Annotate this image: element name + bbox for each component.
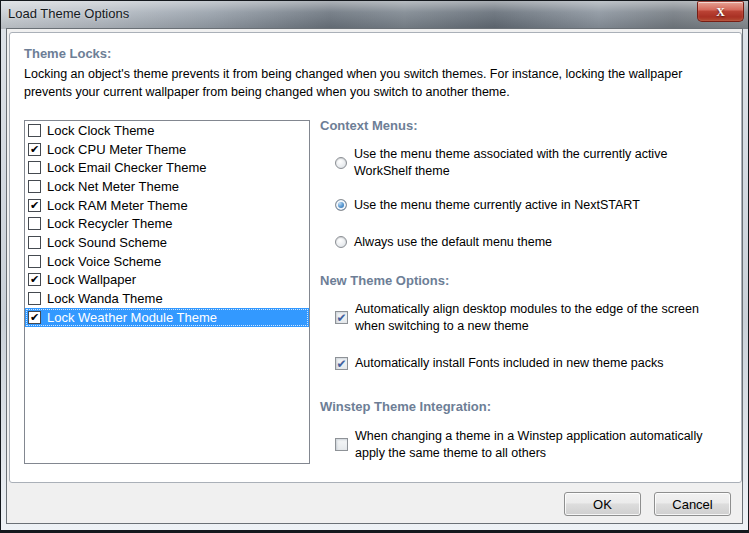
- list-item-label: Lock RAM Meter Theme: [47, 198, 188, 213]
- title-bar[interactable]: Load Theme Options X: [1, 1, 748, 29]
- list-item[interactable]: ✔Lock Weather Module Theme: [25, 308, 309, 327]
- list-item[interactable]: Lock Wanda Theme: [25, 289, 309, 308]
- checkbox-option-install-fonts[interactable]: ✔ Automatically install Fonts included i…: [335, 355, 740, 372]
- window-title: Load Theme Options: [8, 1, 129, 27]
- list-item-label: Lock Voice Scheme: [47, 254, 161, 269]
- checkbox-option-align-modules[interactable]: ✔ Automatically align desktop modules to…: [335, 301, 740, 334]
- list-item-label: Lock Sound Scheme: [47, 235, 167, 250]
- list-item[interactable]: Lock Net Meter Theme: [25, 177, 309, 196]
- list-item[interactable]: Lock Clock Theme: [25, 121, 309, 140]
- radio-label: Always use the default menu theme: [354, 234, 552, 251]
- winstep-integration-heading: Winstep Theme Integration:: [320, 399, 491, 414]
- list-item[interactable]: Lock Recycler Theme: [25, 214, 309, 233]
- checkbox-icon[interactable]: ✔: [335, 357, 348, 370]
- checkbox-icon[interactable]: [28, 217, 41, 230]
- ok-button[interactable]: OK: [564, 492, 641, 516]
- radio-option-default-menu[interactable]: Always use the default menu theme: [335, 234, 740, 251]
- radio-option-nextstart[interactable]: Use the menu theme currently active in N…: [335, 197, 740, 214]
- list-item[interactable]: ✔Lock RAM Meter Theme: [25, 196, 309, 215]
- radio-label: Use the menu theme associated with the c…: [354, 146, 667, 179]
- radio-option-workshelf-theme[interactable]: Use the menu theme associated with the c…: [335, 146, 740, 179]
- list-item-label: Lock Net Meter Theme: [47, 179, 179, 194]
- close-icon: X: [716, 5, 725, 19]
- list-item-label: Lock Weather Module Theme: [47, 310, 217, 325]
- list-item-label: Lock Wanda Theme: [47, 291, 163, 306]
- content-panel: Theme Locks: Locking an object's theme p…: [9, 32, 742, 483]
- cancel-button[interactable]: Cancel: [654, 492, 731, 516]
- radio-icon[interactable]: [335, 236, 347, 248]
- new-theme-options-heading: New Theme Options:: [320, 273, 449, 288]
- close-button[interactable]: X: [697, 1, 744, 22]
- list-item-label: Lock Clock Theme: [47, 123, 154, 138]
- dialog-window: Load Theme Options X Theme Locks: Lockin…: [0, 0, 749, 533]
- theme-locks-listbox[interactable]: Lock Clock Theme✔Lock CPU Meter ThemeLoc…: [24, 120, 310, 464]
- radio-icon[interactable]: [335, 157, 347, 169]
- list-item-label: Lock Email Checker Theme: [47, 160, 206, 175]
- checkbox-icon[interactable]: ✔: [28, 199, 41, 212]
- checkbox-icon[interactable]: [28, 236, 41, 249]
- checkbox-icon[interactable]: ✔: [335, 311, 348, 324]
- radio-label: Use the menu theme currently active in N…: [354, 197, 640, 214]
- checkbox-option-apply-all[interactable]: When changing a theme in a Winstep appli…: [335, 428, 740, 461]
- checkbox-icon[interactable]: ✔: [28, 273, 41, 286]
- checkbox-icon[interactable]: [335, 438, 348, 451]
- checkbox-icon[interactable]: [28, 255, 41, 268]
- checkbox-label: Automatically install Fonts included in …: [355, 355, 663, 372]
- list-item-label: Lock Wallpaper: [47, 272, 136, 287]
- theme-locks-description: Locking an object's theme prevents it fr…: [24, 65, 736, 101]
- checkbox-icon[interactable]: [28, 180, 41, 193]
- list-item[interactable]: ✔Lock CPU Meter Theme: [25, 140, 309, 159]
- list-item[interactable]: Lock Voice Scheme: [25, 252, 309, 271]
- checkbox-label: When changing a theme in a Winstep appli…: [355, 428, 702, 461]
- checkbox-icon[interactable]: [28, 161, 41, 174]
- checkbox-icon[interactable]: ✔: [28, 143, 41, 156]
- checkbox-icon[interactable]: [28, 124, 41, 137]
- theme-locks-heading: Theme Locks:: [24, 46, 111, 61]
- checkbox-icon[interactable]: [28, 292, 41, 305]
- checkbox-icon[interactable]: ✔: [28, 311, 41, 324]
- client-area: Theme Locks: Locking an object's theme p…: [7, 29, 742, 523]
- list-item[interactable]: ✔Lock Wallpaper: [25, 271, 309, 290]
- context-menus-heading: Context Menus:: [320, 118, 418, 133]
- list-item-label: Lock Recycler Theme: [47, 216, 172, 231]
- checkbox-label: Automatically align desktop modules to t…: [355, 301, 699, 334]
- radio-icon[interactable]: [335, 199, 347, 211]
- list-item[interactable]: Lock Sound Scheme: [25, 233, 309, 252]
- list-item[interactable]: Lock Email Checker Theme: [25, 158, 309, 177]
- list-item-label: Lock CPU Meter Theme: [47, 142, 186, 157]
